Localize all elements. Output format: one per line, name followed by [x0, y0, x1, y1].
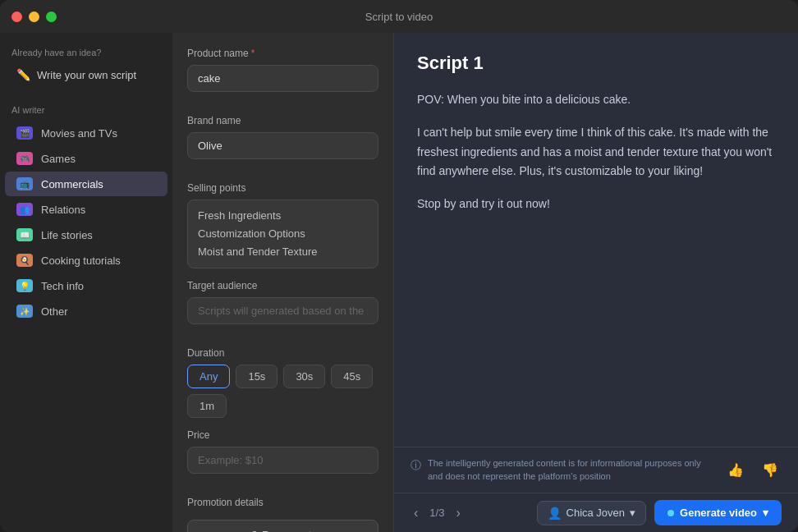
commercials-label: Commercials: [41, 178, 103, 190]
duration-section: Duration Any 15s 30s 45s 1m: [187, 347, 378, 418]
relations-label: Relations: [41, 204, 85, 216]
ai-writer-label: AI writer: [0, 97, 172, 120]
target-audience-label: Target audience: [187, 280, 378, 291]
close-button[interactable]: [11, 11, 22, 22]
movies-icon: 🎬: [16, 126, 33, 140]
duration-1m[interactable]: 1m: [187, 394, 227, 418]
target-audience-section: Target audience: [187, 280, 378, 336]
script-paragraph-2: I can't help but smile every time I thin…: [417, 123, 775, 181]
minimize-button[interactable]: [29, 11, 39, 22]
selling-points-label: Selling points: [187, 182, 378, 194]
target-audience-input[interactable]: [187, 297, 378, 324]
info-icon: ⓘ: [410, 458, 421, 473]
titlebar: Script to video: [0, 0, 798, 33]
sidebar-top: Already have an idea? ✏️ Write your own …: [0, 43, 172, 97]
regenerate-label: Regenerate: [262, 529, 318, 532]
promotion-section: Promotion details: [187, 497, 378, 508]
promotion-label: Promotion details: [187, 497, 378, 508]
sidebar-item-commercials[interactable]: 📺 Commercials: [5, 172, 167, 196]
sidebar-item-tech[interactable]: 💡 Tech info: [5, 273, 167, 298]
tech-icon: 💡: [16, 279, 33, 292]
product-name-label: Product name *: [187, 48, 378, 59]
next-script-button[interactable]: ›: [452, 504, 463, 522]
app-window: Script to video Already have an idea? ✏️…: [0, 0, 798, 532]
script-footer: ⓘ The intelligently generated content is…: [394, 447, 798, 493]
script-content: Script 1 POV: When you bite into a delic…: [394, 33, 798, 447]
script-panel: Script 1 POV: When you bite into a delic…: [394, 33, 798, 532]
sidebar-item-movies[interactable]: 🎬 Movies and TVs: [5, 121, 167, 145]
duration-any[interactable]: Any: [187, 365, 230, 388]
voice-icon: 👤: [548, 507, 562, 520]
relations-icon: 👥: [16, 203, 33, 216]
price-label: Price: [187, 429, 378, 441]
cooking-label: Cooking tutorials: [41, 255, 121, 267]
thumbs-up-button[interactable]: 👍: [724, 459, 747, 481]
sidebar-item-relations[interactable]: 👥 Relations: [5, 197, 167, 222]
commercials-icon: 📺: [16, 177, 33, 190]
traffic-lights: [11, 11, 57, 22]
script-body: POV: When you bite into a delicious cake…: [417, 90, 775, 214]
already-have-idea-text: Already have an idea?: [11, 48, 161, 57]
brand-name-label: Brand name: [187, 115, 378, 126]
sidebar-item-cooking[interactable]: 🍳 Cooking tutorials: [5, 248, 167, 273]
other-label: Other: [41, 305, 68, 318]
form-panel: Product name * Brand name Selling points…: [172, 33, 394, 532]
dot-indicator: [667, 510, 674, 516]
info-notice-text: The intelligently generated content is f…: [428, 457, 711, 483]
cooking-icon: 🍳: [16, 254, 33, 267]
pencil-icon: ✏️: [16, 68, 30, 81]
required-star: *: [251, 48, 255, 59]
script-title: Script 1: [417, 53, 775, 74]
games-label: Games: [41, 153, 76, 165]
duration-15s[interactable]: 15s: [236, 365, 277, 388]
selling-point-2: Customization Options: [198, 225, 368, 243]
duration-label: Duration: [187, 347, 378, 359]
write-own-label: Write your own script: [37, 69, 136, 81]
price-section: Price: [187, 429, 378, 485]
script-paragraph-1: POV: When you bite into a delicious cake…: [417, 90, 775, 110]
tech-label: Tech info: [41, 280, 84, 292]
generate-video-button[interactable]: Generate video ▾: [654, 500, 782, 525]
brand-name-section: Brand name: [187, 115, 378, 171]
selling-points-box[interactable]: Fresh Ingredients Customization Options …: [187, 200, 378, 268]
other-icon: ✨: [16, 305, 33, 318]
selling-point-1: Fresh Ingredients: [198, 207, 368, 225]
thumbs-down-button[interactable]: 👎: [759, 459, 782, 481]
selling-point-3: Moist and Tender Texture: [198, 243, 368, 261]
product-name-section: Product name *: [187, 48, 378, 103]
info-notice: ⓘ The intelligently generated content is…: [410, 457, 711, 483]
voice-label: Chica Joven: [566, 507, 626, 519]
movies-label: Movies and TVs: [41, 127, 117, 140]
selling-points-section: Selling points Fresh Ingredients Customi…: [187, 182, 378, 268]
sidebar-item-games[interactable]: 🎮 Games: [5, 146, 167, 171]
bottom-bar: ‹ 1/3 › 👤 Chica Joven ▾ Generate video ▾: [394, 493, 798, 532]
voice-chevron-icon: ▾: [630, 507, 635, 519]
duration-30s[interactable]: 30s: [283, 365, 325, 388]
duration-45s[interactable]: 45s: [331, 365, 373, 388]
life-stories-label: Life stories: [41, 229, 93, 241]
generate-label: Generate video: [680, 507, 757, 519]
brand-name-input[interactable]: [187, 132, 378, 159]
maximize-button[interactable]: [46, 11, 57, 22]
window-title: Script to video: [365, 11, 433, 23]
regenerate-button[interactable]: ↺ Regenerate: [187, 520, 378, 532]
price-input[interactable]: [187, 447, 378, 474]
voice-selector[interactable]: 👤 Chica Joven ▾: [537, 501, 647, 525]
sidebar-item-life-stories[interactable]: 📖 Life stories: [5, 222, 167, 247]
product-name-input[interactable]: [187, 65, 378, 92]
write-own-script-button[interactable]: ✏️ Write your own script: [11, 64, 161, 85]
sidebar: Already have an idea? ✏️ Write your own …: [0, 33, 172, 532]
main-content: Already have an idea? ✏️ Write your own …: [0, 33, 798, 532]
generate-chevron-icon: ▾: [763, 507, 768, 519]
regenerate-icon: ↺: [248, 529, 257, 532]
duration-options: Any 15s 30s 45s 1m: [187, 365, 378, 418]
prev-script-button[interactable]: ‹: [410, 504, 421, 522]
life-stories-icon: 📖: [16, 228, 33, 241]
pagination: 1/3: [429, 507, 444, 519]
sidebar-item-other[interactable]: ✨ Other: [5, 299, 167, 323]
games-icon: 🎮: [16, 152, 33, 165]
script-paragraph-3: Stop by and try it out now!: [417, 195, 775, 214]
footer-actions: 👍 👎: [724, 459, 782, 481]
